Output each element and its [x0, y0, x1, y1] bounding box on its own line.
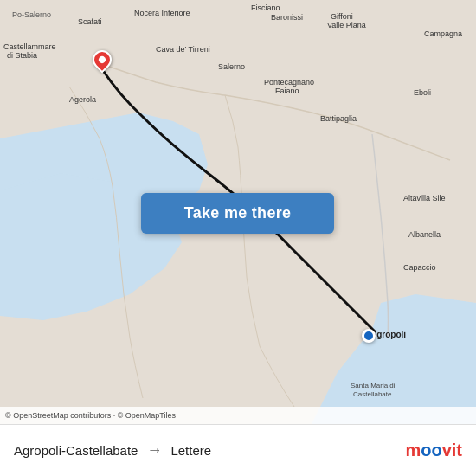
- svg-text:Agerola: Agerola: [69, 95, 96, 104]
- origin-label: Agropoli-Castellabate: [14, 443, 138, 458]
- map-attribution: © OpenStreetMap contributors · © OpenMap…: [0, 407, 476, 424]
- svg-text:Valle Piana: Valle Piana: [327, 21, 366, 29]
- origin-dot: [362, 329, 376, 343]
- svg-text:Pontecagnano: Pontecagnano: [264, 78, 314, 87]
- map-container: Po-Salerno Scafati Nocera Inferiore Fisc…: [0, 0, 476, 424]
- svg-text:Battipaglia: Battipaglia: [320, 114, 357, 123]
- svg-text:Scafati: Scafati: [78, 17, 102, 26]
- svg-text:di Stabia: di Stabia: [7, 51, 37, 60]
- svg-text:Castellammare: Castellammare: [3, 42, 56, 51]
- svg-text:Nocera Inferiore: Nocera Inferiore: [134, 9, 190, 17]
- svg-text:Giffoni: Giffoni: [331, 12, 353, 21]
- moovit-logo: moovit: [405, 441, 462, 460]
- destination-label: Lettere: [170, 443, 211, 458]
- svg-text:Albanella: Albanella: [408, 230, 441, 239]
- svg-text:Eboli: Eboli: [414, 88, 431, 97]
- svg-text:Cava de' Tirreni: Cava de' Tirreni: [156, 45, 210, 54]
- attribution-text: © OpenStreetMap contributors · © OpenMap…: [5, 411, 176, 420]
- moovit-logo-text: moovit: [405, 441, 462, 460]
- svg-text:Faiano: Faiano: [275, 87, 299, 95]
- take-me-there-button[interactable]: Take me there: [141, 193, 334, 234]
- svg-text:Agropoli: Agropoli: [370, 330, 406, 339]
- svg-text:Capaccio: Capaccio: [403, 263, 436, 272]
- svg-text:Baronissi: Baronissi: [271, 13, 303, 22]
- destination-pin: [93, 50, 112, 74]
- svg-text:Salerno: Salerno: [218, 62, 245, 71]
- svg-text:Campagna: Campagna: [424, 29, 462, 38]
- bottom-bar: Agropoli-Castellabate → Lettere moovit: [0, 424, 476, 476]
- svg-text:Altavilla Sile: Altavilla Sile: [403, 194, 446, 203]
- svg-text:Castellabate: Castellabate: [353, 390, 392, 398]
- route-arrow-icon: →: [146, 441, 162, 460]
- svg-text:Santa Maria di: Santa Maria di: [351, 382, 396, 389]
- svg-text:Fisciano: Fisciano: [251, 3, 280, 12]
- svg-text:Po-Salerno: Po-Salerno: [12, 10, 51, 19]
